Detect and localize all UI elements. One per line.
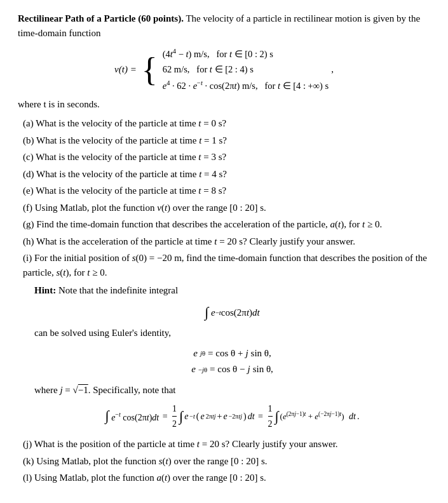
question-d: (d) What is the velocity of the particle… [23,167,430,182]
label-f: (f) [23,203,32,213]
integral-hint-display: ∫ e−t cos(2πt)dt [34,305,430,320]
question-f: (f) Using Matlab, plot the function v(t)… [23,201,430,215]
label-j: (j) [23,439,32,449]
long-eq-integral-sym: ∫ e−t cos(2πt)dt [105,409,160,424]
piecewise-case-3: e4 · 62 · e−t · cos(2πt) m/s, for t ∈ [4… [163,78,329,93]
questions-block: (a) What is the velocity of the particle… [23,116,430,485]
half-frac-2: 1 2 [268,402,273,431]
hint-label: Hint: [34,285,56,295]
problem-title: Rectilinear Path of a Particle (60 point… [18,11,430,40]
piecewise-case-1: (4t4 − t) m/s, for t ∈ [0 : 2) s [163,46,329,61]
label-d: (d) [23,169,34,179]
question-c: (c) What is the velocity of the particle… [23,150,430,164]
question-g: (g) Find the time-domain function that d… [23,217,430,232]
label-h: (h) [23,236,34,246]
piecewise-lhs: v(t) = [114,64,137,75]
euler-line-2: e−jθ = cos θ − j sin θ, [191,361,273,378]
piecewise-case-2: 62 m/s, for t ∈ [2 : 4) s [163,62,329,76]
integral-symbol-hint: ∫ [205,305,208,319]
question-l: (l) Using Matlab, plot the function a(t)… [23,471,430,485]
piecewise-cases: (4t4 − t) m/s, for t ∈ [0 : 2) s 62 m/s,… [163,46,329,93]
label-e: (e) [23,185,34,196]
question-b: (b) What is the velocity of the particle… [23,133,430,148]
label-i: (i) [23,253,32,263]
question-h: (h) What is the acceleration of the part… [23,234,430,249]
where-t-text: where t is in seconds. [18,99,430,110]
hint-block: Hint: Note that the indefinite integral … [34,283,430,431]
label-a: (a) [23,118,34,128]
long-eq-display: ∫ e−t cos(2πt)dt = 1 2 ∫ e−t (e2πtj + e−… [34,402,430,431]
euler-identities: ejθ = cos θ + j sin θ, e−jθ = cos θ − j … [34,345,430,378]
question-k: (k) Using Matlab, plot the function s(t)… [23,454,430,469]
label-b: (b) [23,135,34,145]
euler-line-1: ejθ = cos θ + j sin θ, [193,345,271,362]
question-j: (j) What is the position of the particle… [23,437,430,452]
label-c: (c) [23,152,34,162]
question-e: (e) What is the velocity of the particle… [23,184,430,198]
label-g: (g) [23,219,34,229]
half-frac-1: 1 2 [172,402,177,431]
label-l: (l) [23,473,32,483]
piecewise-comma: , [331,64,334,75]
problem-title-bold: Rectilinear Path of a Particle (60 point… [18,13,184,23]
question-i: (i) For the initial position of s(0) = −… [23,251,430,279]
piecewise-function: v(t) = { (4t4 − t) m/s, for t ∈ [0 : 2) … [18,46,430,93]
label-k: (k) [23,456,34,466]
piecewise-brace: { [142,53,158,86]
question-a: (a) What is the velocity of the particle… [23,116,430,131]
